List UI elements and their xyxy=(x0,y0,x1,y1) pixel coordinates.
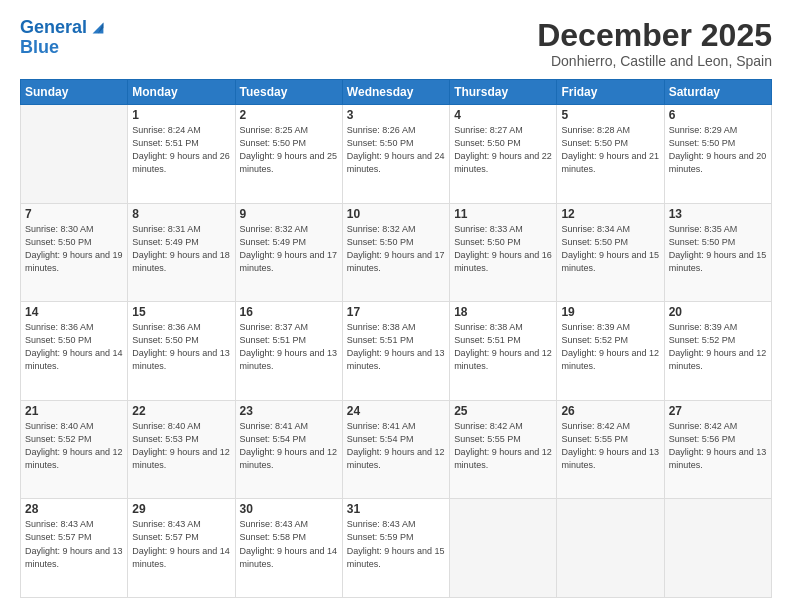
table-row: 31Sunrise: 8:43 AMSunset: 5:59 PMDayligh… xyxy=(342,499,449,598)
day-info: Sunrise: 8:38 AMSunset: 5:51 PMDaylight:… xyxy=(454,321,552,373)
day-info: Sunrise: 8:43 AMSunset: 5:59 PMDaylight:… xyxy=(347,518,445,570)
day-info: Sunrise: 8:36 AMSunset: 5:50 PMDaylight:… xyxy=(25,321,123,373)
day-number: 26 xyxy=(561,404,659,418)
day-info: Sunrise: 8:42 AMSunset: 5:55 PMDaylight:… xyxy=(454,420,552,472)
day-info: Sunrise: 8:31 AMSunset: 5:49 PMDaylight:… xyxy=(132,223,230,275)
day-number: 28 xyxy=(25,502,123,516)
day-number: 20 xyxy=(669,305,767,319)
day-number: 6 xyxy=(669,108,767,122)
table-row: 27Sunrise: 8:42 AMSunset: 5:56 PMDayligh… xyxy=(664,400,771,499)
logo-blue: Blue xyxy=(20,38,107,58)
table-row: 21Sunrise: 8:40 AMSunset: 5:52 PMDayligh… xyxy=(21,400,128,499)
day-info: Sunrise: 8:35 AMSunset: 5:50 PMDaylight:… xyxy=(669,223,767,275)
day-info: Sunrise: 8:42 AMSunset: 5:55 PMDaylight:… xyxy=(561,420,659,472)
calendar-week-row: 7Sunrise: 8:30 AMSunset: 5:50 PMDaylight… xyxy=(21,203,772,302)
header: General Blue December 2025 Donhierro, Ca… xyxy=(20,18,772,69)
day-number: 3 xyxy=(347,108,445,122)
day-info: Sunrise: 8:40 AMSunset: 5:53 PMDaylight:… xyxy=(132,420,230,472)
day-number: 15 xyxy=(132,305,230,319)
table-row: 3Sunrise: 8:26 AMSunset: 5:50 PMDaylight… xyxy=(342,105,449,204)
table-row: 29Sunrise: 8:43 AMSunset: 5:57 PMDayligh… xyxy=(128,499,235,598)
table-row: 16Sunrise: 8:37 AMSunset: 5:51 PMDayligh… xyxy=(235,302,342,401)
table-row: 4Sunrise: 8:27 AMSunset: 5:50 PMDaylight… xyxy=(450,105,557,204)
day-number: 1 xyxy=(132,108,230,122)
day-info: Sunrise: 8:42 AMSunset: 5:56 PMDaylight:… xyxy=(669,420,767,472)
day-info: Sunrise: 8:32 AMSunset: 5:49 PMDaylight:… xyxy=(240,223,338,275)
col-wednesday: Wednesday xyxy=(342,80,449,105)
table-row: 10Sunrise: 8:32 AMSunset: 5:50 PMDayligh… xyxy=(342,203,449,302)
day-info: Sunrise: 8:37 AMSunset: 5:51 PMDaylight:… xyxy=(240,321,338,373)
table-row: 17Sunrise: 8:38 AMSunset: 5:51 PMDayligh… xyxy=(342,302,449,401)
day-number: 31 xyxy=(347,502,445,516)
table-row: 14Sunrise: 8:36 AMSunset: 5:50 PMDayligh… xyxy=(21,302,128,401)
day-info: Sunrise: 8:25 AMSunset: 5:50 PMDaylight:… xyxy=(240,124,338,176)
day-info: Sunrise: 8:43 AMSunset: 5:57 PMDaylight:… xyxy=(25,518,123,570)
day-number: 14 xyxy=(25,305,123,319)
table-row: 19Sunrise: 8:39 AMSunset: 5:52 PMDayligh… xyxy=(557,302,664,401)
col-thursday: Thursday xyxy=(450,80,557,105)
day-number: 11 xyxy=(454,207,552,221)
day-info: Sunrise: 8:39 AMSunset: 5:52 PMDaylight:… xyxy=(669,321,767,373)
day-number: 4 xyxy=(454,108,552,122)
day-number: 2 xyxy=(240,108,338,122)
day-info: Sunrise: 8:30 AMSunset: 5:50 PMDaylight:… xyxy=(25,223,123,275)
day-number: 12 xyxy=(561,207,659,221)
day-info: Sunrise: 8:26 AMSunset: 5:50 PMDaylight:… xyxy=(347,124,445,176)
day-number: 5 xyxy=(561,108,659,122)
table-row: 15Sunrise: 8:36 AMSunset: 5:50 PMDayligh… xyxy=(128,302,235,401)
day-info: Sunrise: 8:41 AMSunset: 5:54 PMDaylight:… xyxy=(240,420,338,472)
day-info: Sunrise: 8:38 AMSunset: 5:51 PMDaylight:… xyxy=(347,321,445,373)
day-number: 24 xyxy=(347,404,445,418)
table-row xyxy=(450,499,557,598)
day-number: 16 xyxy=(240,305,338,319)
day-info: Sunrise: 8:36 AMSunset: 5:50 PMDaylight:… xyxy=(132,321,230,373)
page: General Blue December 2025 Donhierro, Ca… xyxy=(0,0,792,612)
day-number: 22 xyxy=(132,404,230,418)
col-tuesday: Tuesday xyxy=(235,80,342,105)
day-number: 17 xyxy=(347,305,445,319)
day-info: Sunrise: 8:34 AMSunset: 5:50 PMDaylight:… xyxy=(561,223,659,275)
calendar-week-row: 1Sunrise: 8:24 AMSunset: 5:51 PMDaylight… xyxy=(21,105,772,204)
day-info: Sunrise: 8:43 AMSunset: 5:58 PMDaylight:… xyxy=(240,518,338,570)
calendar-week-row: 21Sunrise: 8:40 AMSunset: 5:52 PMDayligh… xyxy=(21,400,772,499)
day-info: Sunrise: 8:33 AMSunset: 5:50 PMDaylight:… xyxy=(454,223,552,275)
day-info: Sunrise: 8:40 AMSunset: 5:52 PMDaylight:… xyxy=(25,420,123,472)
col-monday: Monday xyxy=(128,80,235,105)
day-number: 10 xyxy=(347,207,445,221)
table-row: 9Sunrise: 8:32 AMSunset: 5:49 PMDaylight… xyxy=(235,203,342,302)
table-row: 28Sunrise: 8:43 AMSunset: 5:57 PMDayligh… xyxy=(21,499,128,598)
day-number: 23 xyxy=(240,404,338,418)
location: Donhierro, Castille and Leon, Spain xyxy=(537,53,772,69)
table-row: 22Sunrise: 8:40 AMSunset: 5:53 PMDayligh… xyxy=(128,400,235,499)
table-row xyxy=(664,499,771,598)
table-row: 12Sunrise: 8:34 AMSunset: 5:50 PMDayligh… xyxy=(557,203,664,302)
table-row: 8Sunrise: 8:31 AMSunset: 5:49 PMDaylight… xyxy=(128,203,235,302)
table-row: 11Sunrise: 8:33 AMSunset: 5:50 PMDayligh… xyxy=(450,203,557,302)
day-number: 9 xyxy=(240,207,338,221)
table-row: 23Sunrise: 8:41 AMSunset: 5:54 PMDayligh… xyxy=(235,400,342,499)
calendar-table: Sunday Monday Tuesday Wednesday Thursday… xyxy=(20,79,772,598)
day-number: 13 xyxy=(669,207,767,221)
day-number: 8 xyxy=(132,207,230,221)
calendar-header-row: Sunday Monday Tuesday Wednesday Thursday… xyxy=(21,80,772,105)
col-sunday: Sunday xyxy=(21,80,128,105)
table-row: 13Sunrise: 8:35 AMSunset: 5:50 PMDayligh… xyxy=(664,203,771,302)
day-number: 21 xyxy=(25,404,123,418)
table-row: 7Sunrise: 8:30 AMSunset: 5:50 PMDaylight… xyxy=(21,203,128,302)
day-number: 27 xyxy=(669,404,767,418)
table-row: 26Sunrise: 8:42 AMSunset: 5:55 PMDayligh… xyxy=(557,400,664,499)
day-number: 18 xyxy=(454,305,552,319)
day-info: Sunrise: 8:41 AMSunset: 5:54 PMDaylight:… xyxy=(347,420,445,472)
table-row: 30Sunrise: 8:43 AMSunset: 5:58 PMDayligh… xyxy=(235,499,342,598)
col-saturday: Saturday xyxy=(664,80,771,105)
calendar-week-row: 28Sunrise: 8:43 AMSunset: 5:57 PMDayligh… xyxy=(21,499,772,598)
calendar-week-row: 14Sunrise: 8:36 AMSunset: 5:50 PMDayligh… xyxy=(21,302,772,401)
day-number: 29 xyxy=(132,502,230,516)
day-info: Sunrise: 8:43 AMSunset: 5:57 PMDaylight:… xyxy=(132,518,230,570)
day-number: 30 xyxy=(240,502,338,516)
logo-general: General xyxy=(20,18,87,38)
day-info: Sunrise: 8:28 AMSunset: 5:50 PMDaylight:… xyxy=(561,124,659,176)
table-row: 25Sunrise: 8:42 AMSunset: 5:55 PMDayligh… xyxy=(450,400,557,499)
table-row: 6Sunrise: 8:29 AMSunset: 5:50 PMDaylight… xyxy=(664,105,771,204)
table-row xyxy=(557,499,664,598)
